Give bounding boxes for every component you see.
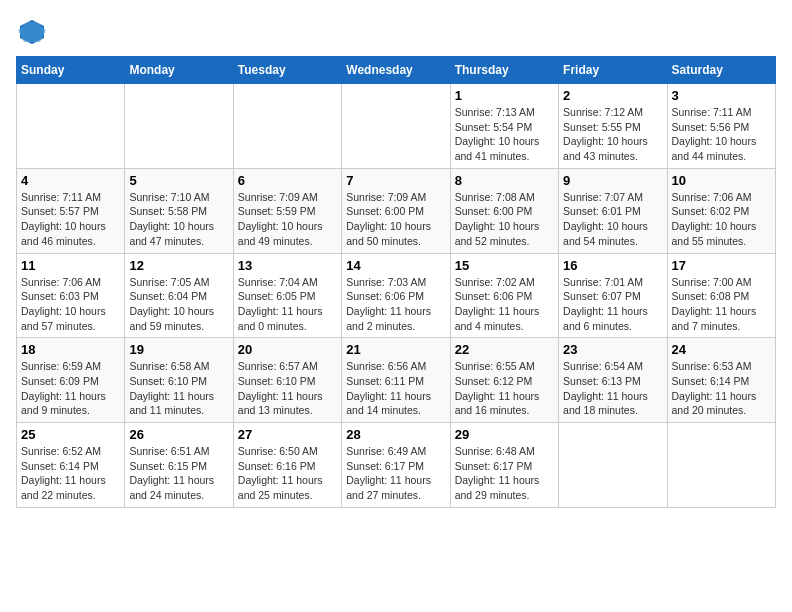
day-info: Sunrise: 6:48 AMSunset: 6:17 PMDaylight:… xyxy=(455,444,554,503)
day-info: Sunrise: 7:02 AMSunset: 6:06 PMDaylight:… xyxy=(455,275,554,334)
calendar-cell xyxy=(667,423,775,508)
calendar-cell: 4Sunrise: 7:11 AMSunset: 5:57 PMDaylight… xyxy=(17,168,125,253)
day-number: 23 xyxy=(563,342,662,357)
calendar-cell: 21Sunrise: 6:56 AMSunset: 6:11 PMDayligh… xyxy=(342,338,450,423)
calendar-cell: 26Sunrise: 6:51 AMSunset: 6:15 PMDayligh… xyxy=(125,423,233,508)
calendar-cell: 13Sunrise: 7:04 AMSunset: 6:05 PMDayligh… xyxy=(233,253,341,338)
calendar-cell: 8Sunrise: 7:08 AMSunset: 6:00 PMDaylight… xyxy=(450,168,558,253)
day-number: 27 xyxy=(238,427,337,442)
day-number: 21 xyxy=(346,342,445,357)
day-info: Sunrise: 7:03 AMSunset: 6:06 PMDaylight:… xyxy=(346,275,445,334)
calendar-cell: 3Sunrise: 7:11 AMSunset: 5:56 PMDaylight… xyxy=(667,84,775,169)
day-info: Sunrise: 7:10 AMSunset: 5:58 PMDaylight:… xyxy=(129,190,228,249)
day-info: Sunrise: 6:54 AMSunset: 6:13 PMDaylight:… xyxy=(563,359,662,418)
day-info: Sunrise: 6:55 AMSunset: 6:12 PMDaylight:… xyxy=(455,359,554,418)
day-number: 29 xyxy=(455,427,554,442)
calendar-week-3: 11Sunrise: 7:06 AMSunset: 6:03 PMDayligh… xyxy=(17,253,776,338)
day-info: Sunrise: 7:00 AMSunset: 6:08 PMDaylight:… xyxy=(672,275,771,334)
day-number: 17 xyxy=(672,258,771,273)
calendar-cell xyxy=(559,423,667,508)
calendar-week-2: 4Sunrise: 7:11 AMSunset: 5:57 PMDaylight… xyxy=(17,168,776,253)
weekday-header-monday: Monday xyxy=(125,57,233,84)
weekday-header-friday: Friday xyxy=(559,57,667,84)
day-number: 10 xyxy=(672,173,771,188)
day-number: 16 xyxy=(563,258,662,273)
day-number: 26 xyxy=(129,427,228,442)
day-info: Sunrise: 6:51 AMSunset: 6:15 PMDaylight:… xyxy=(129,444,228,503)
day-info: Sunrise: 7:11 AMSunset: 5:57 PMDaylight:… xyxy=(21,190,120,249)
calendar-cell: 14Sunrise: 7:03 AMSunset: 6:06 PMDayligh… xyxy=(342,253,450,338)
day-number: 12 xyxy=(129,258,228,273)
day-number: 2 xyxy=(563,88,662,103)
calendar-cell: 7Sunrise: 7:09 AMSunset: 6:00 PMDaylight… xyxy=(342,168,450,253)
day-number: 18 xyxy=(21,342,120,357)
day-info: Sunrise: 6:58 AMSunset: 6:10 PMDaylight:… xyxy=(129,359,228,418)
day-number: 8 xyxy=(455,173,554,188)
day-number: 11 xyxy=(21,258,120,273)
calendar-cell: 25Sunrise: 6:52 AMSunset: 6:14 PMDayligh… xyxy=(17,423,125,508)
day-info: Sunrise: 7:06 AMSunset: 6:03 PMDaylight:… xyxy=(21,275,120,334)
day-number: 3 xyxy=(672,88,771,103)
day-number: 25 xyxy=(21,427,120,442)
calendar-cell: 18Sunrise: 6:59 AMSunset: 6:09 PMDayligh… xyxy=(17,338,125,423)
calendar-cell: 2Sunrise: 7:12 AMSunset: 5:55 PMDaylight… xyxy=(559,84,667,169)
day-number: 24 xyxy=(672,342,771,357)
calendar-cell xyxy=(342,84,450,169)
day-number: 22 xyxy=(455,342,554,357)
day-info: Sunrise: 7:12 AMSunset: 5:55 PMDaylight:… xyxy=(563,105,662,164)
calendar-cell: 5Sunrise: 7:10 AMSunset: 5:58 PMDaylight… xyxy=(125,168,233,253)
day-number: 4 xyxy=(21,173,120,188)
calendar-cell xyxy=(233,84,341,169)
day-info: Sunrise: 7:09 AMSunset: 5:59 PMDaylight:… xyxy=(238,190,337,249)
page-header xyxy=(16,16,776,48)
calendar-cell: 22Sunrise: 6:55 AMSunset: 6:12 PMDayligh… xyxy=(450,338,558,423)
weekday-header-wednesday: Wednesday xyxy=(342,57,450,84)
calendar-week-1: 1Sunrise: 7:13 AMSunset: 5:54 PMDaylight… xyxy=(17,84,776,169)
calendar-cell: 23Sunrise: 6:54 AMSunset: 6:13 PMDayligh… xyxy=(559,338,667,423)
day-number: 14 xyxy=(346,258,445,273)
day-number: 6 xyxy=(238,173,337,188)
day-info: Sunrise: 6:57 AMSunset: 6:10 PMDaylight:… xyxy=(238,359,337,418)
calendar-cell: 24Sunrise: 6:53 AMSunset: 6:14 PMDayligh… xyxy=(667,338,775,423)
calendar-cell: 28Sunrise: 6:49 AMSunset: 6:17 PMDayligh… xyxy=(342,423,450,508)
weekday-header-tuesday: Tuesday xyxy=(233,57,341,84)
day-info: Sunrise: 7:04 AMSunset: 6:05 PMDaylight:… xyxy=(238,275,337,334)
calendar-cell: 17Sunrise: 7:00 AMSunset: 6:08 PMDayligh… xyxy=(667,253,775,338)
logo xyxy=(16,16,52,48)
calendar-cell: 15Sunrise: 7:02 AMSunset: 6:06 PMDayligh… xyxy=(450,253,558,338)
calendar-cell: 19Sunrise: 6:58 AMSunset: 6:10 PMDayligh… xyxy=(125,338,233,423)
day-number: 15 xyxy=(455,258,554,273)
day-info: Sunrise: 6:59 AMSunset: 6:09 PMDaylight:… xyxy=(21,359,120,418)
calendar-cell: 29Sunrise: 6:48 AMSunset: 6:17 PMDayligh… xyxy=(450,423,558,508)
day-number: 20 xyxy=(238,342,337,357)
logo-icon xyxy=(16,16,48,48)
day-number: 19 xyxy=(129,342,228,357)
weekday-header-thursday: Thursday xyxy=(450,57,558,84)
calendar-cell: 20Sunrise: 6:57 AMSunset: 6:10 PMDayligh… xyxy=(233,338,341,423)
day-info: Sunrise: 7:11 AMSunset: 5:56 PMDaylight:… xyxy=(672,105,771,164)
day-info: Sunrise: 7:06 AMSunset: 6:02 PMDaylight:… xyxy=(672,190,771,249)
calendar-cell: 10Sunrise: 7:06 AMSunset: 6:02 PMDayligh… xyxy=(667,168,775,253)
calendar-cell: 16Sunrise: 7:01 AMSunset: 6:07 PMDayligh… xyxy=(559,253,667,338)
day-number: 5 xyxy=(129,173,228,188)
day-info: Sunrise: 6:56 AMSunset: 6:11 PMDaylight:… xyxy=(346,359,445,418)
calendar-week-4: 18Sunrise: 6:59 AMSunset: 6:09 PMDayligh… xyxy=(17,338,776,423)
day-info: Sunrise: 7:09 AMSunset: 6:00 PMDaylight:… xyxy=(346,190,445,249)
day-info: Sunrise: 6:49 AMSunset: 6:17 PMDaylight:… xyxy=(346,444,445,503)
calendar-cell: 1Sunrise: 7:13 AMSunset: 5:54 PMDaylight… xyxy=(450,84,558,169)
day-info: Sunrise: 7:05 AMSunset: 6:04 PMDaylight:… xyxy=(129,275,228,334)
day-number: 28 xyxy=(346,427,445,442)
weekday-header-saturday: Saturday xyxy=(667,57,775,84)
day-info: Sunrise: 6:50 AMSunset: 6:16 PMDaylight:… xyxy=(238,444,337,503)
calendar-table: SundayMondayTuesdayWednesdayThursdayFrid… xyxy=(16,56,776,508)
day-number: 9 xyxy=(563,173,662,188)
calendar-cell xyxy=(125,84,233,169)
weekday-header-sunday: Sunday xyxy=(17,57,125,84)
calendar-week-5: 25Sunrise: 6:52 AMSunset: 6:14 PMDayligh… xyxy=(17,423,776,508)
day-number: 1 xyxy=(455,88,554,103)
calendar-cell: 27Sunrise: 6:50 AMSunset: 6:16 PMDayligh… xyxy=(233,423,341,508)
calendar-cell: 9Sunrise: 7:07 AMSunset: 6:01 PMDaylight… xyxy=(559,168,667,253)
day-info: Sunrise: 7:07 AMSunset: 6:01 PMDaylight:… xyxy=(563,190,662,249)
day-info: Sunrise: 7:01 AMSunset: 6:07 PMDaylight:… xyxy=(563,275,662,334)
calendar-cell: 11Sunrise: 7:06 AMSunset: 6:03 PMDayligh… xyxy=(17,253,125,338)
